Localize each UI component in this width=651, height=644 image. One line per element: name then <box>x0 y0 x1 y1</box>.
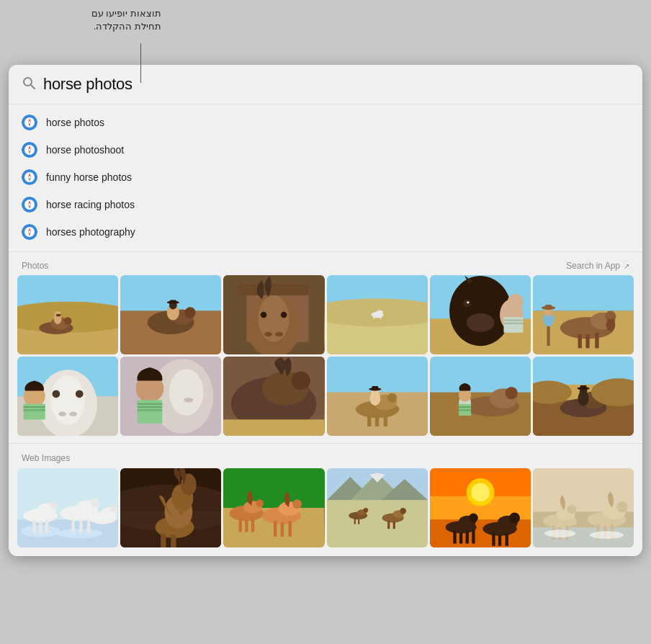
photo-4[interactable] <box>327 275 428 354</box>
photo-3[interactable] <box>223 275 324 354</box>
web-image-2[interactable] <box>120 468 221 547</box>
search-icon <box>22 76 36 94</box>
tooltip-connector <box>140 43 141 83</box>
svg-rect-67 <box>503 319 523 321</box>
svg-rect-204 <box>392 522 395 529</box>
photos-section-header: Photos Search in App ↗ <box>9 255 642 275</box>
suggestion-text-3: funny horse photos <box>46 171 132 183</box>
svg-rect-155 <box>39 521 42 533</box>
search-bar: horse photos <box>9 65 642 104</box>
svg-point-62 <box>467 301 469 303</box>
svg-rect-215 <box>459 533 462 544</box>
svg-rect-94 <box>24 406 45 408</box>
svg-point-44 <box>259 295 289 342</box>
svg-point-108 <box>292 371 310 390</box>
svg-rect-103 <box>138 406 163 408</box>
svg-point-65 <box>507 294 523 310</box>
compass-icon-4 <box>22 197 37 213</box>
svg-rect-133 <box>459 406 471 408</box>
web-image-4[interactable] <box>327 468 428 547</box>
svg-point-220 <box>509 512 520 523</box>
svg-point-240 <box>590 531 624 539</box>
svg-point-213 <box>469 514 478 523</box>
suggestion-item-2[interactable]: horse photoshoot <box>9 136 642 164</box>
suggestion-item-1[interactable]: horse photos <box>9 109 642 136</box>
svg-line-1 <box>31 85 35 89</box>
photo-6[interactable] <box>533 275 634 354</box>
svg-rect-161 <box>79 519 82 533</box>
svg-rect-68 <box>503 323 523 324</box>
photo-1[interactable] <box>17 275 118 354</box>
svg-rect-42 <box>239 284 309 295</box>
svg-rect-199 <box>358 519 359 524</box>
photos-section-title: Photos <box>22 261 48 271</box>
svg-point-47 <box>261 312 267 318</box>
photo-7[interactable] <box>17 357 118 436</box>
svg-point-153 <box>50 501 58 509</box>
photo-8[interactable] <box>120 357 221 436</box>
svg-point-53 <box>377 310 383 315</box>
svg-point-129 <box>505 387 517 399</box>
web-image-1[interactable] <box>17 468 118 547</box>
svg-rect-182 <box>251 518 254 532</box>
svg-rect-214 <box>453 531 456 543</box>
photo-11[interactable] <box>430 357 531 436</box>
suggestion-item-4[interactable]: horse racing photos <box>9 191 642 218</box>
svg-rect-186 <box>274 521 277 537</box>
web-image-3[interactable] <box>223 468 324 547</box>
svg-rect-83 <box>545 305 552 309</box>
svg-rect-102 <box>138 403 163 405</box>
svg-rect-122 <box>367 414 371 426</box>
svg-rect-181 <box>246 519 248 532</box>
suggestion-text-4: horse racing photos <box>46 199 135 210</box>
svg-point-45 <box>264 332 272 336</box>
photo-12[interactable] <box>533 357 634 436</box>
svg-rect-124 <box>383 413 387 426</box>
svg-rect-187 <box>281 522 284 536</box>
compass-icon-5 <box>22 224 37 240</box>
photo-5[interactable] <box>430 275 531 354</box>
svg-point-179 <box>256 499 264 507</box>
svg-rect-112 <box>223 419 324 436</box>
svg-point-117 <box>387 393 397 403</box>
web-images-grid <box>9 468 642 556</box>
svg-point-35 <box>185 307 196 318</box>
svg-rect-216 <box>465 531 468 543</box>
web-image-6[interactable] <box>533 468 634 547</box>
photo-10[interactable] <box>327 357 428 436</box>
svg-point-202 <box>400 508 406 514</box>
svg-rect-173 <box>161 534 166 547</box>
web-image-5[interactable] <box>430 468 531 547</box>
photos-grid <box>9 275 642 442</box>
svg-rect-125 <box>430 357 531 393</box>
search-input[interactable]: horse photos <box>43 75 133 94</box>
svg-rect-76 <box>578 334 581 348</box>
svg-point-46 <box>276 332 284 336</box>
search-in-app-arrow: ↗ <box>624 262 629 270</box>
svg-point-88 <box>58 412 66 416</box>
suggestion-item-5[interactable]: horses photography <box>9 218 642 246</box>
photo-9[interactable] <box>223 357 324 436</box>
svg-rect-180 <box>239 518 242 532</box>
svg-rect-77 <box>585 334 589 348</box>
suggestions-list: horse photos horse photoshoot funny hors… <box>9 104 642 250</box>
svg-rect-54 <box>373 315 374 318</box>
photo-2[interactable] <box>120 275 221 354</box>
svg-point-229 <box>567 505 576 514</box>
svg-point-91 <box>76 390 84 398</box>
suggestion-text-2: horse photoshoot <box>46 144 124 156</box>
svg-rect-78 <box>595 333 598 349</box>
svg-point-185 <box>292 499 302 509</box>
compass-icon-3 <box>22 169 37 185</box>
svg-rect-121 <box>372 386 378 390</box>
suggestion-item-3[interactable]: funny horse photos <box>9 164 642 191</box>
svg-rect-104 <box>138 409 163 411</box>
search-in-app-button[interactable]: Search in App ↗ <box>566 261 629 271</box>
svg-rect-144 <box>580 385 587 389</box>
svg-point-236 <box>616 501 627 512</box>
svg-point-27 <box>64 317 72 325</box>
svg-rect-175 <box>223 468 324 508</box>
svg-point-131 <box>459 389 471 401</box>
svg-rect-134 <box>459 409 471 411</box>
svg-point-165 <box>109 505 117 513</box>
